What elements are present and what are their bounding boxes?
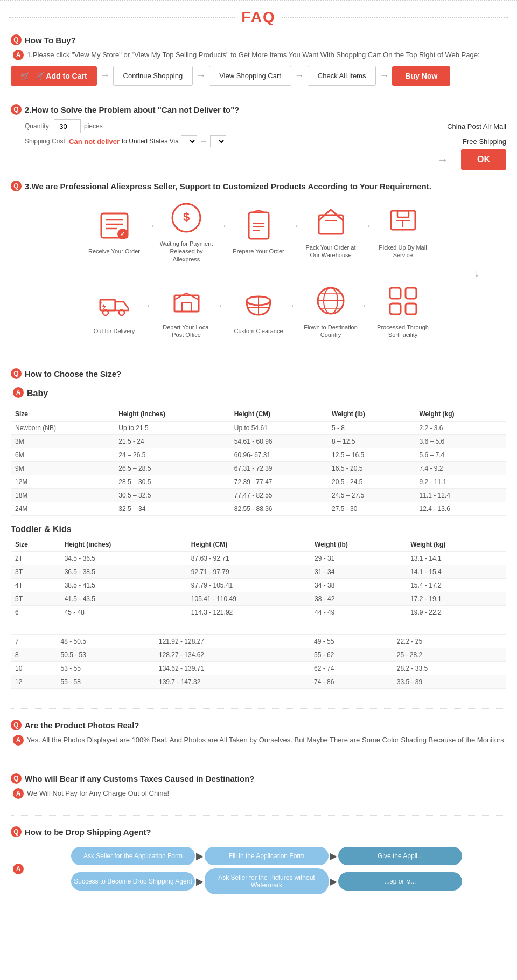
a-photos-text: Yes. All the Photos Displayed are 100% R… (27, 735, 506, 746)
arrow-3: → (295, 70, 304, 81)
table-cell: 5 - 8 (327, 422, 415, 435)
buy-now-button[interactable]: Buy Now (392, 66, 450, 86)
svg-rect-34 (390, 303, 401, 314)
q1-label: Q (11, 34, 22, 45)
kids-size-table: 748 - 50.5121.92 - 128.2749 - 5522.2 - 2… (11, 628, 506, 689)
toddler-size-table: Size Height (inches) Height (CM) Weight … (11, 537, 506, 619)
dropship-btn-4[interactable]: Success to Become Drop Shipping Agent (71, 872, 195, 891)
table-cell: 24.5 – 27.5 (327, 489, 415, 502)
a-photos-label: A (13, 735, 24, 746)
table-cell: 17.2 - 19.1 (406, 592, 506, 606)
table-row: 6M24 – 26.560.96- 67.3112.5 – 16.55.6 – … (11, 448, 506, 462)
table-cell: 7.4 - 9.2 (415, 462, 507, 475)
table-row: 4T38.5 - 41.597.79 - 105.4134 - 3815.4 -… (11, 579, 506, 592)
col-height-cm-t: Height (CM) (187, 537, 310, 552)
faq-title: FAQ (241, 9, 276, 26)
view-cart-button[interactable]: View Shopping Cart (209, 66, 291, 86)
table-cell: 9M (11, 462, 114, 475)
q-customs-label: Q (11, 773, 22, 784)
table-cell: 30.5 – 32.5 (114, 489, 230, 502)
table-cell: 3.6 – 5.6 (415, 435, 507, 448)
flow-flown: Flown to Destination Country (301, 282, 360, 339)
table-cell: 49 - 55 (310, 635, 393, 648)
customs-section: Q Who will Bear if any Customs Taxes Cau… (0, 768, 517, 810)
table-cell: 67.31 - 72.39 (230, 462, 327, 475)
table-cell: 7 (11, 635, 57, 648)
check-items-button[interactable]: Check All Items (308, 66, 376, 86)
pickup-label: Picked Up By Mail Service (376, 244, 430, 259)
dropship-section: Q How to be Drop Shipping Agent? A Ask S… (0, 821, 517, 907)
order-flow-row2: Out for Delivery ← Depart Your Local Pos… (11, 282, 506, 339)
payment-label: Waiting for Payment Released by Aliexpre… (159, 240, 213, 263)
table-cell: 8 (11, 648, 57, 662)
shipping-method-dropdown[interactable] (210, 135, 226, 147)
col-weight-kg: Weight (kg) (415, 407, 507, 422)
a1-label: A (13, 50, 24, 60)
table-cell: 114.3 - 121.92 (187, 606, 310, 619)
table-cell: 48 - 50.5 (57, 635, 155, 648)
flown-icon (312, 282, 350, 320)
table-cell: 20.5 - 24.5 (327, 475, 415, 489)
dropship-btn-3[interactable]: Give the Appli... (338, 847, 462, 865)
dropship-btn-5[interactable]: Ask Seller for the Pictures without Wate… (205, 868, 329, 894)
shipping-dropdown[interactable] (181, 135, 197, 147)
dropship-btn-1[interactable]: Ask Seller for the Application Form (71, 847, 195, 865)
q2-label: Q (11, 104, 22, 115)
ok-button[interactable]: OK (461, 149, 506, 170)
table-row: 3T36.5 - 38.592.71 - 97.7931 - 3414.1 - … (11, 565, 506, 579)
table-row: 18M30.5 – 32.577.47 - 82.5524.5 – 27.511… (11, 489, 506, 502)
flow-arrow-5: ← (145, 299, 156, 322)
flow-arrow-7: ← (289, 299, 300, 322)
sort-icon (384, 282, 422, 320)
add-to-cart-button[interactable]: 🛒 🛒 Add to Cart (11, 66, 97, 86)
svg-rect-18 (100, 300, 115, 310)
size-section: Q How to Choose the Size? A Baby Size He… (0, 363, 517, 703)
table-cell: 41.5 - 43.5 (60, 592, 187, 606)
q-photos-text: Are the Product Photos Real? (25, 721, 139, 730)
flow-pack: Pack Your Order at Our Warehouse (301, 203, 360, 259)
pieces-text: pieces (84, 122, 103, 130)
table-cell: 45 - 48 (60, 606, 187, 619)
table-cell: 22.2 - 25 (393, 635, 506, 648)
table-cell: 2.2 - 3.6 (415, 422, 507, 435)
table-cell: 55 - 58 (57, 675, 155, 689)
table-cell: 34.5 - 36.5 (60, 552, 187, 565)
flow-sort: Processed Through SortFacility (373, 282, 432, 339)
receive-icon: ✓ (95, 206, 133, 244)
dropship-flow-row2: Success to Become Drop Shipping Agent ▶ … (27, 868, 506, 894)
table-row: 3M21.5 - 2454.61 - 60.968 – 12.53.6 – 5.… (11, 435, 506, 448)
table-cell: 105.41 - 110.49 (187, 592, 310, 606)
payment-icon: $ (167, 199, 205, 237)
svg-rect-15 (397, 211, 409, 217)
dropship-btn-6[interactable]: ...эр ог м... (338, 872, 462, 891)
table-cell: 36.5 - 38.5 (60, 565, 187, 579)
table-cell: 5T (11, 592, 60, 606)
qty-input[interactable] (54, 119, 81, 133)
table-cell: 139.7 - 147.32 (155, 675, 310, 689)
baby-category: Baby (27, 389, 48, 398)
sort-label: Processed Through SortFacility (376, 323, 430, 339)
q-dropship-label: Q (11, 826, 22, 837)
flow-arrow-down: ↓ (474, 267, 479, 278)
table-cell: 74 - 86 (310, 675, 393, 689)
toddler-category: Toddler & Kids (11, 524, 506, 534)
receive-label: Receive Your Order (88, 247, 140, 255)
table-cell: 28.2 - 33.5 (393, 662, 506, 675)
prepare-label: Prepare Your Order (233, 247, 284, 255)
table-cell: 53 - 55 (57, 662, 155, 675)
dropship-btn-2[interactable]: Fill in the Application Form (205, 847, 329, 865)
continue-shopping-button[interactable]: Continue Shopping (113, 66, 193, 86)
order-flow-row1: ✓ Receive Your Order → $ Waiting for Pay… (11, 199, 506, 263)
q-dropship-text: How to be Drop Shipping Agent? (25, 827, 151, 837)
table-cell: 31 - 34 (310, 565, 406, 579)
cannot-deliver-text: Can not deliver (69, 137, 120, 146)
shipping-info-title: China Post Air Mail (447, 122, 506, 130)
prepare-icon (240, 206, 277, 244)
table-cell: 54.61 - 60.96 (230, 435, 327, 448)
table-cell: 38 - 42 (310, 592, 406, 606)
q-size-label: Q (11, 368, 22, 379)
svg-rect-8 (249, 212, 269, 239)
table-row: 1053 - 55134.62 - 139.7162 - 7428.2 - 33… (11, 662, 506, 675)
table-cell: 9.2 - 11.1 (415, 475, 507, 489)
table-cell: 18M (11, 489, 114, 502)
